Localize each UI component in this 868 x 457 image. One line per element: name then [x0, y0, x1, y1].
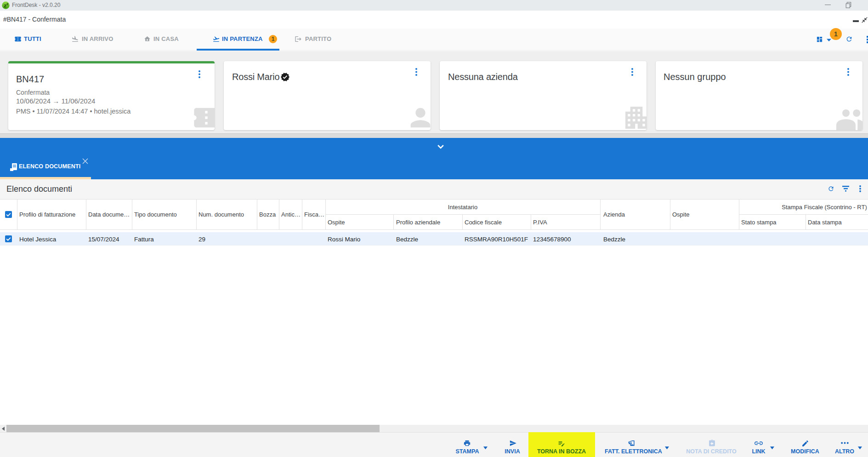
svg-text:z: z	[6, 2, 8, 6]
